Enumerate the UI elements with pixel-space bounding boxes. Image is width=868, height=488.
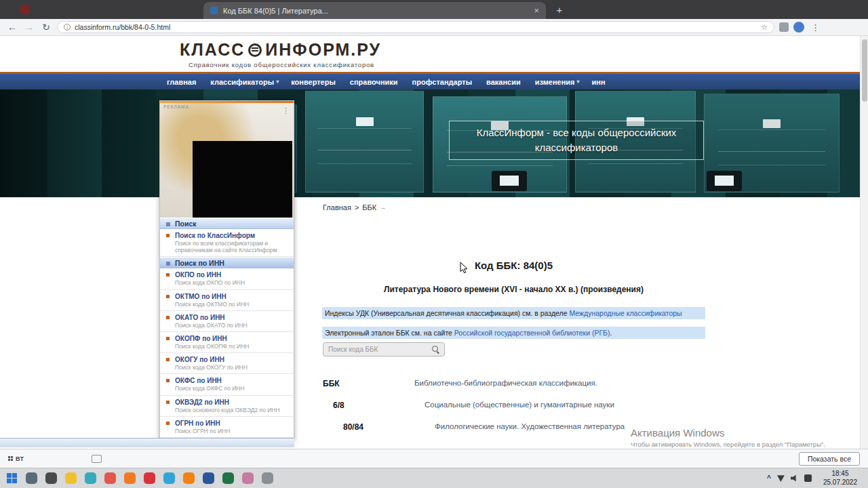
back-icon[interactable]: ← [6,22,18,32]
file-explorer-icon[interactable] [62,469,80,488]
tab-title: Код ББК 84(0)5 | Литература... [223,7,528,15]
vlc-player-icon[interactable] [180,469,198,488]
network-icon[interactable] [777,474,785,482]
page-subtitle: Литература Нового времени (XVI - начало … [322,285,705,294]
volume-icon[interactable] [791,474,798,482]
sidebar-inn-item[interactable]: ОКФС по ИНН Поиск кода ОКФС по ИНН [160,374,294,395]
page-scrollbar [860,36,868,449]
telegram-icon[interactable] [160,469,178,488]
note-link[interactable]: Российской государственной библиотеки (Р… [454,329,610,337]
info-note: Электронный эталон ББК см. на сайте Росс… [322,327,705,339]
opera-browser-icon[interactable] [140,469,159,488]
cabinet-shape [305,91,424,192]
address-bar[interactable]: i classinform.ru/bbk/84-0-5.html ☆ [57,21,774,33]
new-tab-button[interactable]: + [553,3,566,17]
search-icon[interactable] [22,469,41,488]
paint-icon[interactable] [239,469,257,488]
scrollbar-thumb[interactable] [862,39,867,102]
site-logo[interactable]: КЛАСС ИНФОРМ.РУ [180,40,381,60]
advertisement-banner[interactable]: РЕКЛАМА ⋮ [160,101,294,218]
bbk-code: 6/8 [333,401,425,418]
ad-menu-icon[interactable]: ⋮ [282,106,290,115]
bbk-search-field[interactable] [323,342,445,357]
info-note: Индексы УДК (Универсальная десятичная кл… [322,307,705,319]
show-all-button[interactable]: Показать все [799,452,860,466]
tab-close-icon[interactable]: × [534,6,539,15]
forward-icon[interactable]: → [23,22,35,32]
browser-tab[interactable]: Код ББК 84(0)5 | Литература... × [203,2,546,19]
sidebar-inn-item[interactable]: ОКОГУ по ИНН Поиск кода ОКОГУ по ИНН [160,353,294,374]
battery-icon[interactable] [804,474,812,482]
excel-icon[interactable] [219,469,237,488]
nav-item[interactable]: конвертеры [285,78,344,86]
profile-avatar[interactable] [793,22,804,33]
bbk-description-link[interactable]: Библиотечно-библиографическая классифика… [414,379,597,396]
windows-logo-icon [7,473,17,483]
bottom-banner-strip [0,438,294,447]
tray-chevron-icon[interactable]: ^ [767,474,771,482]
tab-favicon-icon [210,7,218,14]
search-icon[interactable] [432,346,439,353]
logo-text-first: КЛАСС [180,40,245,60]
bbk-description-link[interactable]: Филологические науки. Художественная лит… [435,422,625,440]
drawer-label-shape [492,171,527,191]
browser-menu-icon[interactable]: ⋮ [809,22,822,33]
bt-widget[interactable]: BT [8,455,24,462]
ad-accent-bar [160,101,294,103]
logo-archive-icon [248,43,262,57]
nav-item[interactable]: профстандарты [406,78,480,86]
pinned-tab-icon[interactable] [20,5,30,14]
page-title: Код ББК: 84(0)5 [322,260,705,271]
drawer-label-shape [707,171,742,191]
sidebar-inn-item[interactable]: ОКОПФ по ИНН Поиск кода ОКОПФ по ИНН [160,332,294,353]
taskbar-clock[interactable]: 18:45 25.07.2022 [818,470,863,487]
logo-text-second: ИНФОРМ.РУ [265,40,381,60]
table-row: ББК Библиотечно-библиографическая класси… [323,375,705,396]
chrome-browser-icon[interactable] [101,469,119,488]
clock-time: 18:45 [823,470,857,479]
sidebar-search-item[interactable]: Поиск по КлассИнформ Поиск по всем класс… [160,229,294,257]
firefox-browser-icon[interactable] [121,469,139,488]
screen: Код ББК 84(0)5 | Литература... × + ← → ↻… [0,0,868,488]
bbk-code: 80/84 [343,422,435,440]
nav-item[interactable]: изменения▾ [529,78,586,86]
site-info-icon[interactable]: i [64,24,71,30]
sidebar-inn-item[interactable]: ОКАТО по ИНН Поиск кода ОКАТО по ИНН [160,311,294,332]
nav-item[interactable]: главная [161,78,204,86]
start-button[interactable] [3,469,21,488]
nav-item[interactable]: инн [586,78,614,86]
settings-icon[interactable] [258,469,277,488]
site-nav: главная классификаторы▾ конвертеры справ… [0,72,860,89]
sidebar-inn-item[interactable]: ОКПО по ИНН Поиск кода ОКПО по ИНН [160,268,294,289]
breadcrumb-arrow-icon: → [380,204,386,211]
word-icon[interactable] [199,469,218,488]
bookmark-star-icon[interactable]: ☆ [761,23,768,32]
sidebar-inn-item[interactable]: ОКТМО по ИНН Поиск кода ОКТМО по ИНН [160,290,294,311]
note-link[interactable]: Международные классификаторы [569,309,682,317]
system-tray: ^ 18:45 25.07.2022 [767,470,865,487]
bbk-code: ББК [323,379,414,396]
reload-icon[interactable]: ↻ [40,22,52,32]
breadcrumb-home-link[interactable]: Главная [323,203,351,211]
sidebar-search-header: Поиск [160,218,294,229]
grid-dots-icon [8,456,13,461]
sidebar-inn-item[interactable]: ОКВЭД2 по ИНН Поиск основного кода ОКВЭД… [160,396,294,417]
edge-browser-icon[interactable] [81,469,100,488]
bt-widget-label: BT [16,455,24,462]
breadcrumb-current-link[interactable]: ББК [362,203,376,211]
app-window-icon[interactable] [92,455,102,463]
table-row: 6/8 Социальные (общественные) и гуманита… [323,396,705,418]
nav-item[interactable]: справочники [344,78,406,86]
browser-toolbar: ← → ↻ i classinform.ru/bbk/84-0-5.html ☆… [0,19,868,36]
bbk-description-link[interactable]: Социальные (общественные) и гуманитарные… [425,401,614,418]
chevron-down-icon: ▾ [577,79,580,85]
nav-item[interactable]: вакансии [480,78,529,86]
sidebar-inn-item[interactable]: ОГРН по ИНН Поиск ОГРН по ИНН [160,417,294,438]
task-view-icon[interactable] [42,469,60,488]
info-bar: BT Показать все [0,449,868,468]
chevron-down-icon: ▾ [276,79,279,85]
ad-redacted-block [193,141,292,218]
extensions-icon[interactable] [779,22,789,32]
nav-item[interactable]: классификаторы▾ [204,78,285,86]
bbk-search-input[interactable] [328,346,428,353]
